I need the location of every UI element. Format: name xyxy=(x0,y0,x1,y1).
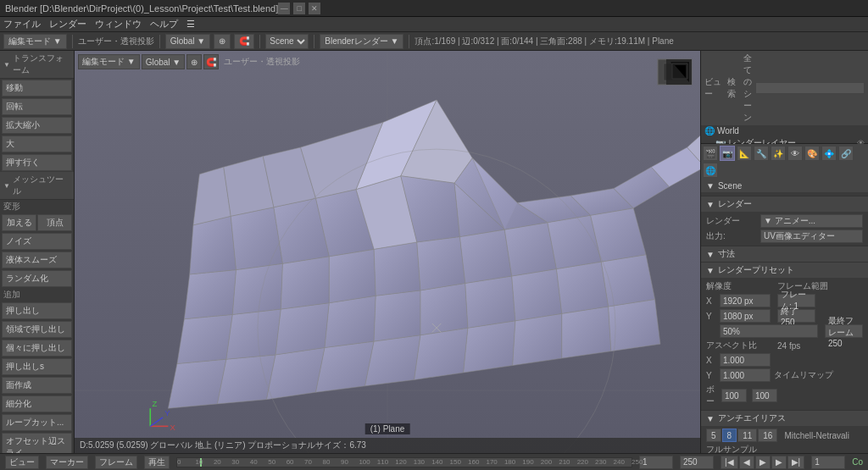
scale-btn[interactable]: 拡大縮小 xyxy=(2,117,72,134)
extrude-btn[interactable]: 押し出し xyxy=(2,302,72,319)
world-icon: 🌐 xyxy=(704,126,715,135)
render-section-header[interactable]: ▼ レンダー xyxy=(701,196,868,212)
menu-help[interactable]: ヘルプ xyxy=(150,18,178,30)
output-prop-btn[interactable]: 📐 xyxy=(737,146,752,161)
properties-panel: 🎬 📷 📐 🔧 ✨ 👁 🎨 💠 🔗 🌐 ▼ Scene xyxy=(701,144,868,453)
add-vertex-row: 加える 頂点 xyxy=(2,214,72,231)
engine-dropdown[interactable]: Blenderレンダー ▼ xyxy=(320,34,403,49)
viewport-global-btn[interactable]: Global ▼ xyxy=(142,54,186,69)
step-val[interactable]: 最終フレーム 250 xyxy=(825,324,863,338)
push-btn[interactable]: 押す行く xyxy=(2,154,72,171)
menu-window[interactable]: ウィンドウ xyxy=(95,18,142,30)
mode-dropdown[interactable]: 編集モード ▼ xyxy=(3,34,67,49)
bottom-bar: ビュー マーカー フレーム 再生 0 10 20 30 40 50 60 70 … xyxy=(0,453,868,470)
render-preset-header[interactable]: ▼ レンダープリセット xyxy=(701,263,868,278)
minimize-button[interactable]: — xyxy=(278,3,290,14)
antialias-header[interactable]: ▼ アンチエイリアス xyxy=(701,411,868,426)
percent-val[interactable]: 50% xyxy=(720,324,818,338)
play-pause-btn[interactable]: ▶ xyxy=(755,456,771,469)
render-engine-value[interactable]: ▼ アニメー... xyxy=(760,214,863,228)
modifier-prop-btn[interactable]: 🌐 xyxy=(703,163,718,178)
menu-file[interactable]: ファイル xyxy=(3,18,41,30)
menu-extras[interactable]: ☰ xyxy=(186,19,195,30)
viewport[interactable]: X Z Y (1) Plane D:5.0259 (5.0259) グローバル … xyxy=(75,51,700,453)
start-frame-input[interactable] xyxy=(639,456,673,469)
frame-end-val[interactable]: 終了 250 xyxy=(777,309,815,323)
end-frame-input[interactable] xyxy=(680,456,714,469)
marker-btn[interactable]: マーカー xyxy=(46,456,88,469)
mesh-tools-header[interactable]: ▼ メッシュツール xyxy=(0,172,74,200)
outliner-search-btn[interactable]: 検索 xyxy=(727,76,740,100)
bo-old[interactable]: 100 xyxy=(721,389,747,402)
close-button[interactable]: ✕ xyxy=(309,3,320,14)
dim-header[interactable]: ▼ 寸法 xyxy=(701,246,868,262)
view-btn[interactable]: ビュー xyxy=(5,456,39,469)
noise-btn[interactable]: ノイズ xyxy=(2,233,72,250)
scene-section-header[interactable]: ▼ Scene xyxy=(701,180,868,192)
subdivide-btn[interactable]: 細分化 xyxy=(2,395,72,412)
bo-row: ボー 100 100 xyxy=(701,383,868,408)
prev-frame-btn[interactable]: ◀ xyxy=(739,456,754,469)
smooth-btn[interactable]: 液体スムーズ xyxy=(2,252,72,268)
aa-8-btn[interactable]: 8 xyxy=(722,429,737,442)
snapping-btn[interactable]: 🧲 xyxy=(234,34,254,49)
big-btn[interactable]: 大 xyxy=(2,135,72,152)
menu-render[interactable]: レンダー xyxy=(49,18,86,30)
y-val[interactable]: 1080 px xyxy=(720,309,771,323)
titlebar-controls[interactable]: — □ ✕ xyxy=(278,3,320,14)
viewport-pivot-btn[interactable]: ⊕ xyxy=(186,54,202,69)
render-prop-btn[interactable]: 📷 xyxy=(720,146,735,161)
vertex-btn[interactable]: 頂点 xyxy=(37,214,72,231)
scene-select[interactable]: Scene xyxy=(265,34,309,49)
add-btn[interactable]: 加える xyxy=(2,214,36,231)
outliner-view-btn[interactable]: ビュー xyxy=(704,76,724,100)
particle-prop-btn[interactable]: ✨ xyxy=(771,146,786,161)
extrude-individual-btn[interactable]: 個々に押し出し xyxy=(2,340,72,357)
loopcut-btn[interactable]: ループカット... xyxy=(2,414,72,431)
playback-controls: |◀ ◀ ▶ ▶ ▶| xyxy=(721,456,804,469)
aa-5-btn[interactable]: 5 xyxy=(706,429,721,442)
x-val[interactable]: 1920 px xyxy=(720,294,771,307)
render-engine-row: レンダー ▼ アニメー... xyxy=(701,213,868,229)
transform-header[interactable]: ▼ トランスフォーム xyxy=(0,51,74,79)
ax-val[interactable]: 1.000 xyxy=(720,353,771,367)
bake-value[interactable]: UV画像エディター xyxy=(760,229,863,243)
extrude-s-btn[interactable]: 押し出しs xyxy=(2,358,72,375)
titlebar: Blender [D:\Blender\DirProject\(0)_Lesso… xyxy=(0,0,868,17)
physics-prop-btn[interactable]: 👁 xyxy=(787,146,803,161)
frame-btn[interactable]: フレーム xyxy=(95,456,137,469)
jump-end-btn[interactable]: ▶| xyxy=(787,456,805,469)
scene-prop-btn[interactable]: 🎬 xyxy=(703,146,718,161)
texture-prop-btn[interactable]: 💠 xyxy=(821,146,837,161)
material-prop-btn[interactable]: 🎨 xyxy=(804,146,820,161)
offset-btn[interactable]: オフセット辺スライ... xyxy=(2,433,72,453)
top-toolbar: 編集モード ▼ ユーザー・透視投影 Global ▼ ⊕ 🧲 Scene Ble… xyxy=(0,32,868,51)
global-btn[interactable]: Global ▼ xyxy=(165,34,211,49)
extrude-region-btn[interactable]: 領域で押し出し xyxy=(2,321,72,338)
viewport-mode-btn[interactable]: 編集モード ▼ xyxy=(78,54,140,69)
jump-start-btn[interactable]: |◀ xyxy=(721,456,738,469)
object-prop-btn[interactable]: 🔧 xyxy=(754,146,769,161)
ay-val[interactable]: 1.000 xyxy=(720,368,771,382)
main-layout: ▼ トランスフォーム 移動 回転 拡大縮小 大 押す行く ▼ メッシュツール 変… xyxy=(0,51,868,453)
aa-16-btn[interactable]: 16 xyxy=(758,429,777,442)
frame-180: 180 xyxy=(504,458,515,466)
current-frame-input[interactable] xyxy=(811,456,845,469)
timeline-track[interactable]: 0 10 20 30 40 50 60 70 80 90 100 110 120… xyxy=(176,457,632,467)
maximize-button[interactable]: □ xyxy=(293,3,305,14)
play-btn[interactable]: 再生 xyxy=(144,456,170,469)
outliner-search-input[interactable] xyxy=(755,82,865,94)
viewport-snap-btn[interactable]: 🧲 xyxy=(203,54,219,69)
move-btn[interactable]: 移動 xyxy=(2,80,72,97)
bo-new[interactable]: 100 xyxy=(752,389,777,402)
outliner-item-world[interactable]: 🌐 World xyxy=(701,125,868,136)
pivot-btn[interactable]: ⊕ xyxy=(214,34,231,49)
svg-marker-8 xyxy=(415,328,468,379)
constraint-prop-btn[interactable]: 🔗 xyxy=(838,146,854,161)
next-frame-btn[interactable]: ▶ xyxy=(771,456,787,469)
make-face-btn[interactable]: 面作成 xyxy=(2,377,72,394)
aa-11-btn[interactable]: 11 xyxy=(737,429,757,442)
random-btn[interactable]: ランダム化 xyxy=(2,270,72,287)
rotate-btn[interactable]: 回転 xyxy=(2,98,72,115)
svg-marker-12 xyxy=(609,299,660,351)
